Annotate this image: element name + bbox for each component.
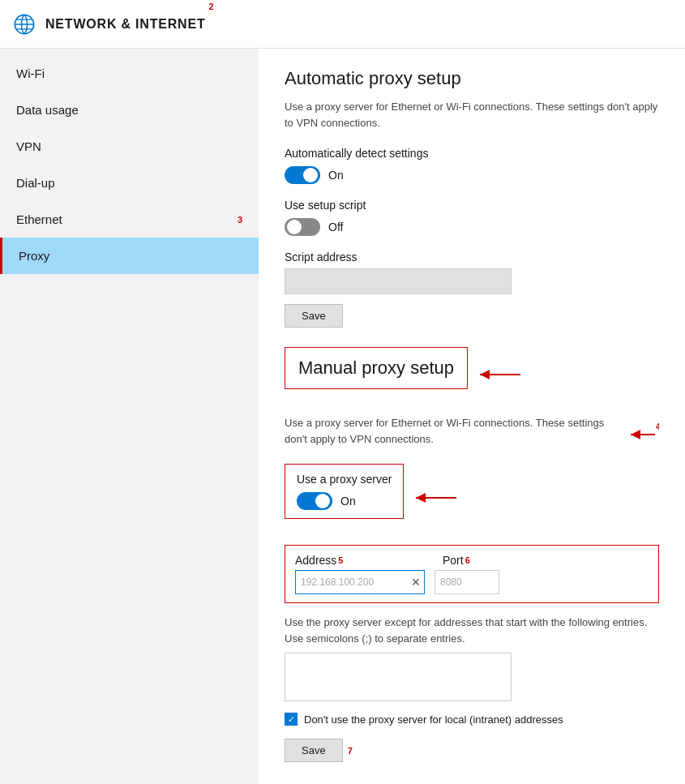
address-input[interactable] <box>295 570 425 594</box>
auto-proxy-section: Automatic proxy setup Use a proxy server… <box>285 68 659 347</box>
address-annotation: 5 <box>338 555 343 565</box>
use-proxy-server-box: Use a proxy server On <box>285 464 404 519</box>
auto-detect-state: On <box>328 169 344 182</box>
content-area: Automatic proxy setup Use a proxy server… <box>259 49 685 784</box>
local-checkbox[interactable]: ✓ <box>285 713 298 726</box>
port-annotation: 6 <box>465 555 470 565</box>
address-label: Address <box>295 554 336 567</box>
sidebar-item-proxy[interactable]: Proxy <box>0 238 259 274</box>
svg-text:4: 4 <box>656 422 659 431</box>
exceptions-textarea[interactable] <box>285 653 512 701</box>
sidebar: Wi-Fi Data usage VPN Dial-up Ethernet 3 … <box>0 49 259 784</box>
setup-script-state: Off <box>328 221 343 233</box>
auto-detect-label: Automatically detect settings <box>285 147 659 160</box>
sidebar-item-dial-up[interactable]: Dial-up <box>0 165 259 201</box>
auto-proxy-save-button[interactable]: Save <box>285 304 343 328</box>
save-annotation: 7 <box>348 746 353 756</box>
header-annotation: 2 <box>209 2 214 11</box>
arrow-to-toggle <box>412 488 460 508</box>
clear-address-icon[interactable]: ✕ <box>411 576 421 589</box>
script-address-label: Script address <box>285 251 659 263</box>
auto-proxy-title: Automatic proxy setup <box>285 68 659 89</box>
manual-proxy-desc: Use a proxy server for Ethernet or Wi-Fi… <box>285 415 620 447</box>
sidebar-item-label-wifi: Wi-Fi <box>16 66 45 80</box>
header: NETWORK & INTERNET 2 <box>0 0 685 49</box>
setup-script-toggle[interactable] <box>285 218 320 236</box>
auto-proxy-desc: Use a proxy server for Ethernet or Wi-Fi… <box>285 99 659 131</box>
manual-proxy-title-box: Manual proxy setup <box>285 347 468 389</box>
network-icon <box>13 13 36 36</box>
sidebar-item-label-dial-up: Dial-up <box>16 176 55 190</box>
checkbox-checkmark: ✓ <box>288 714 295 725</box>
port-input[interactable] <box>435 570 499 594</box>
sidebar-item-ethernet[interactable]: Ethernet 3 <box>0 201 259 238</box>
script-address-input[interactable] <box>285 268 512 294</box>
local-checkbox-label: Don't use the proxy server for local (in… <box>304 713 563 726</box>
manual-proxy-section: Manual proxy setup Use a proxy server fo… <box>285 347 659 762</box>
exceptions-desc: Use the proxy server except for addresse… <box>285 615 659 646</box>
header-title: NETWORK & INTERNET <box>45 17 206 32</box>
auto-detect-toggle[interactable] <box>285 166 320 184</box>
sidebar-item-label-vpn: VPN <box>16 139 41 153</box>
sidebar-item-label-proxy: Proxy <box>19 249 49 263</box>
sidebar-item-data-usage[interactable]: Data usage <box>0 92 259 128</box>
address-port-wrapper: Address 5 Port 6 ✕ <box>285 545 659 603</box>
use-proxy-state: On <box>340 495 356 508</box>
sidebar-item-label-ethernet: Ethernet <box>16 212 62 226</box>
manual-proxy-save-button[interactable]: Save <box>285 739 343 762</box>
arrow-to-desc: 4 <box>627 418 659 451</box>
local-checkbox-row: ✓ Don't use the proxy server for local (… <box>285 713 659 726</box>
sidebar-item-vpn[interactable]: VPN <box>0 128 259 165</box>
use-proxy-label: Use a proxy server <box>297 473 392 486</box>
port-label: Port <box>443 554 464 567</box>
ethernet-annotation: 3 <box>238 215 242 225</box>
setup-script-label: Use setup script <box>285 199 659 212</box>
use-proxy-toggle[interactable] <box>297 492 332 510</box>
sidebar-item-wifi[interactable]: Wi-Fi <box>0 55 259 92</box>
sidebar-item-label-data-usage: Data usage <box>16 103 79 117</box>
arrow-to-title <box>476 365 524 384</box>
main-layout: Wi-Fi Data usage VPN Dial-up Ethernet 3 … <box>0 49 685 784</box>
manual-proxy-title: Manual proxy setup <box>298 358 454 378</box>
